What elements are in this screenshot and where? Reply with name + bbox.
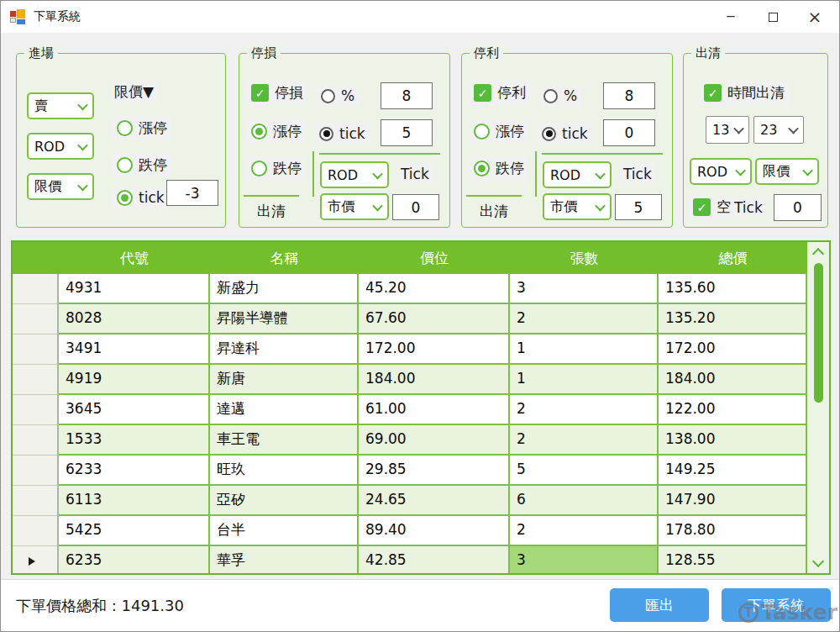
row-header-cell[interactable]: [13, 274, 59, 304]
cell-name[interactable]: 台半: [210, 516, 359, 546]
take-profit-tick-radio[interactable]: tick: [538, 123, 592, 145]
row-header-cell[interactable]: [13, 456, 59, 486]
table-row[interactable]: 1533 車王電 69.00 2 138.00: [13, 425, 807, 456]
header-total[interactable]: 總價: [659, 242, 807, 274]
stop-loss-exit-price-combobox[interactable]: 市價: [320, 193, 389, 220]
table-row[interactable]: 5425 台半 89.40 2 178.80: [13, 516, 807, 546]
cell-qty[interactable]: 3: [510, 274, 659, 304]
stop-loss-tick-radio[interactable]: tick: [315, 123, 370, 145]
take-profit-tick-input[interactable]: 0: [603, 119, 655, 146]
cell-total[interactable]: 128.55: [659, 546, 807, 575]
cell-qty[interactable]: 5: [510, 456, 659, 486]
exit-tick-input[interactable]: 0: [774, 194, 822, 221]
take-profit-exit-price-combobox[interactable]: 市價: [543, 193, 612, 220]
row-header-cell[interactable]: [13, 365, 59, 395]
cell-price[interactable]: 172.00: [359, 334, 510, 365]
cell-name[interactable]: 亞矽: [210, 486, 359, 516]
cell-total[interactable]: 172.00: [659, 334, 807, 365]
exit-short-checkbox[interactable]: ✓ 空: [689, 195, 735, 219]
cell-code[interactable]: 6113: [59, 486, 210, 516]
table-row[interactable]: 3491 昇達科 172.00 1 172.00: [13, 334, 807, 365]
cell-qty[interactable]: 2: [510, 516, 659, 546]
scroll-down-icon[interactable]: [812, 556, 824, 567]
cell-code[interactable]: 8028: [59, 304, 210, 334]
cell-code[interactable]: 3645: [59, 395, 210, 425]
cell-total[interactable]: 184.00: [659, 365, 807, 395]
cell-name[interactable]: 車王電: [210, 425, 359, 456]
take-profit-percent-input[interactable]: 8: [603, 82, 655, 109]
table-row[interactable]: 6233 旺玖 29.85 5 149.25: [13, 456, 807, 486]
entry-limit-up-radio[interactable]: 漲停: [113, 116, 171, 140]
cell-name[interactable]: 華孚: [210, 546, 359, 575]
table-row[interactable]: 8028 昇陽半導體 67.60 2 135.20: [13, 304, 807, 334]
cell-code[interactable]: 6233: [59, 456, 210, 486]
table-row[interactable]: 6235 華孚 42.85 3 128.55: [13, 546, 807, 575]
cell-total[interactable]: 135.20: [659, 304, 807, 334]
cell-name[interactable]: 新盛力: [210, 274, 359, 304]
minimize-icon[interactable]: ─: [711, 1, 750, 33]
entry-limit-down-radio[interactable]: 跌停: [113, 153, 171, 177]
cell-total[interactable]: 147.90: [659, 486, 807, 516]
order-system-button[interactable]: 下單系統: [722, 588, 831, 622]
exit-time-checkbox[interactable]: ✓ 時間出清: [700, 81, 789, 105]
cell-qty[interactable]: 3: [510, 546, 659, 575]
cell-price[interactable]: 24.65: [359, 486, 510, 516]
cell-name[interactable]: 旺玖: [210, 456, 359, 486]
take-profit-enable-checkbox[interactable]: ✓ 停利: [470, 81, 530, 105]
stop-loss-enable-checkbox[interactable]: ✓ 停損: [247, 81, 307, 105]
entry-price-mode-label[interactable]: 限價▼: [111, 81, 157, 103]
take-profit-limit-up-radio[interactable]: 漲停: [470, 119, 528, 144]
entry-rod-combobox[interactable]: ROD: [27, 133, 94, 160]
stop-loss-limit-up-radio[interactable]: 漲停: [247, 119, 306, 144]
cell-qty[interactable]: 1: [510, 334, 659, 365]
row-header-cell[interactable]: [13, 546, 59, 575]
cell-total[interactable]: 149.25: [659, 456, 807, 486]
stop-loss-exit-rod-combobox[interactable]: ROD: [320, 161, 389, 188]
cell-name[interactable]: 新唐: [210, 365, 359, 395]
stop-loss-exit-tick-input[interactable]: 0: [392, 194, 439, 220]
cell-qty[interactable]: 2: [510, 425, 659, 456]
cell-qty[interactable]: 6: [510, 486, 659, 516]
header-price[interactable]: 價位: [359, 242, 510, 274]
cell-code[interactable]: 5425: [59, 516, 210, 546]
export-button[interactable]: 匯出: [610, 588, 709, 622]
take-profit-exit-rod-combobox[interactable]: ROD: [543, 161, 612, 188]
cell-code[interactable]: 6235: [59, 546, 210, 575]
take-profit-percent-radio[interactable]: %: [539, 85, 581, 107]
cell-code[interactable]: 4931: [59, 274, 210, 304]
cell-code[interactable]: 4919: [59, 365, 210, 395]
scrollbar-thumb[interactable]: [814, 263, 823, 403]
cell-qty[interactable]: 2: [510, 395, 659, 425]
take-profit-limit-down-radio[interactable]: 跌停: [470, 156, 528, 181]
cell-price[interactable]: 89.40: [359, 516, 510, 546]
cell-total[interactable]: 122.00: [659, 395, 807, 425]
stop-loss-limit-down-radio[interactable]: 跌停: [247, 156, 306, 181]
header-row-selector[interactable]: [13, 242, 59, 274]
table-row[interactable]: 4931 新盛力 45.20 3 135.60: [13, 274, 807, 304]
cell-price[interactable]: 67.60: [359, 304, 510, 334]
cell-name[interactable]: 達邁: [210, 395, 359, 425]
stop-loss-tick-input[interactable]: 5: [381, 119, 433, 146]
row-header-cell[interactable]: [13, 395, 59, 425]
row-header-cell[interactable]: [13, 304, 59, 334]
exit-hour-combobox[interactable]: 13: [706, 116, 749, 144]
cell-price[interactable]: 29.85: [359, 456, 510, 486]
table-row[interactable]: 3645 達邁 61.00 2 122.00: [13, 395, 807, 425]
close-icon[interactable]: ×: [795, 1, 834, 33]
exit-rod-combobox[interactable]: ROD: [690, 158, 752, 185]
cell-price[interactable]: 184.00: [359, 365, 510, 395]
entry-price-type-combobox[interactable]: 限價: [27, 173, 94, 200]
row-header-cell[interactable]: [13, 425, 59, 456]
cell-qty[interactable]: 2: [510, 304, 659, 334]
cell-total[interactable]: 135.60: [659, 274, 807, 304]
entry-tick-input[interactable]: -3: [166, 180, 218, 206]
table-row[interactable]: 4919 新唐 184.00 1 184.00: [13, 365, 807, 395]
cell-name[interactable]: 昇陽半導體: [210, 304, 359, 334]
header-qty[interactable]: 張數: [510, 242, 659, 274]
exit-price-combobox[interactable]: 限價: [755, 158, 819, 185]
scroll-up-icon[interactable]: [812, 248, 824, 260]
vertical-scrollbar[interactable]: [807, 242, 829, 573]
cell-code[interactable]: 3491: [59, 334, 210, 365]
cell-total[interactable]: 178.80: [659, 516, 807, 546]
maximize-icon[interactable]: [753, 1, 792, 33]
